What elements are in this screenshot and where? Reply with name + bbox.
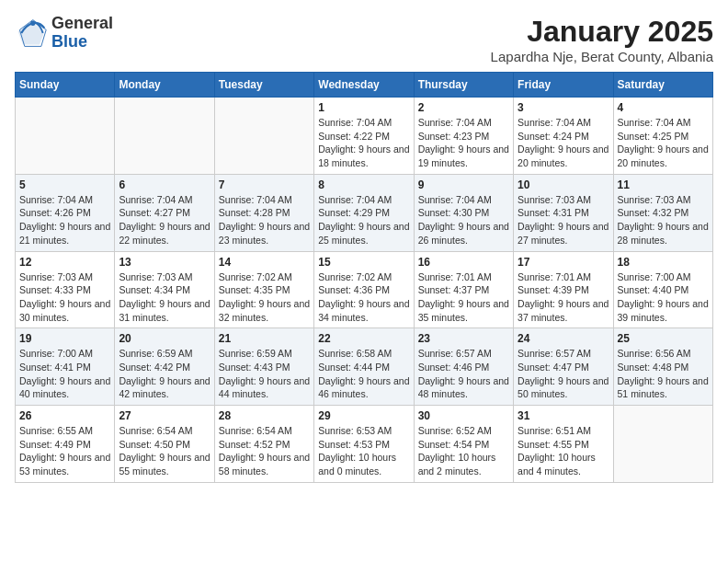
calendar-day-cell: 9Sunrise: 7:04 AM Sunset: 4:30 PM Daylig… [414,174,513,251]
day-info: Sunrise: 6:55 AM Sunset: 4:49 PM Dayligh… [19,424,110,478]
day-number: 21 [219,332,310,345]
calendar-week-row: 5Sunrise: 7:04 AM Sunset: 4:26 PM Daylig… [16,174,713,251]
day-number: 1 [318,101,409,114]
day-number: 15 [318,256,409,269]
logo-general: General [51,15,113,33]
day-number: 16 [418,256,509,269]
day-number: 9 [418,178,509,191]
calendar-day-cell: 7Sunrise: 7:04 AM Sunset: 4:28 PM Daylig… [214,174,313,251]
logo-text: General Blue [51,15,113,52]
calendar-week-row: 19Sunrise: 7:00 AM Sunset: 4:41 PM Dayli… [16,328,713,406]
calendar-day-cell: 4Sunrise: 7:04 AM Sunset: 4:25 PM Daylig… [613,98,712,175]
calendar-day-cell: 23Sunrise: 6:57 AM Sunset: 4:46 PM Dayli… [414,328,513,406]
day-number: 6 [119,178,210,191]
weekday-header: Friday [514,73,613,98]
day-info: Sunrise: 7:00 AM Sunset: 4:41 PM Dayligh… [19,347,110,401]
day-number: 3 [518,101,609,114]
calendar-day-cell [16,98,115,175]
logo-icon [15,17,48,50]
calendar-table: SundayMondayTuesdayWednesdayThursdayFrid… [15,72,713,483]
day-info: Sunrise: 7:04 AM Sunset: 4:28 PM Dayligh… [219,193,310,247]
day-number: 17 [518,256,609,269]
day-info: Sunrise: 6:59 AM Sunset: 4:43 PM Dayligh… [219,347,310,401]
calendar-day-cell: 22Sunrise: 6:58 AM Sunset: 4:44 PM Dayli… [314,328,414,406]
calendar-day-cell: 10Sunrise: 7:03 AM Sunset: 4:31 PM Dayli… [514,174,613,251]
calendar-day-cell: 27Sunrise: 6:54 AM Sunset: 4:50 PM Dayli… [115,406,214,483]
day-info: Sunrise: 6:53 AM Sunset: 4:53 PM Dayligh… [318,424,409,478]
weekday-header: Sunday [16,73,115,98]
day-number: 29 [318,409,409,422]
calendar-day-cell: 24Sunrise: 6:57 AM Sunset: 4:47 PM Dayli… [514,328,613,406]
calendar-day-cell: 13Sunrise: 7:03 AM Sunset: 4:34 PM Dayli… [115,251,214,328]
calendar-day-cell: 16Sunrise: 7:01 AM Sunset: 4:37 PM Dayli… [414,251,513,328]
day-number: 19 [19,332,110,345]
calendar-day-cell: 21Sunrise: 6:59 AM Sunset: 4:43 PM Dayli… [214,328,313,406]
day-number: 27 [119,409,210,422]
calendar-day-cell: 5Sunrise: 7:04 AM Sunset: 4:26 PM Daylig… [16,174,115,251]
calendar-day-cell: 8Sunrise: 7:04 AM Sunset: 4:29 PM Daylig… [314,174,414,251]
title-block: January 2025 Lapardha Nje, Berat County,… [491,15,713,64]
day-info: Sunrise: 6:56 AM Sunset: 4:48 PM Dayligh… [618,347,709,401]
day-number: 2 [418,101,509,114]
day-info: Sunrise: 7:04 AM Sunset: 4:22 PM Dayligh… [318,116,409,170]
day-info: Sunrise: 7:04 AM Sunset: 4:25 PM Dayligh… [618,116,709,170]
day-info: Sunrise: 6:57 AM Sunset: 4:46 PM Dayligh… [418,347,509,401]
calendar-day-cell: 26Sunrise: 6:55 AM Sunset: 4:49 PM Dayli… [16,406,115,483]
calendar-day-cell [613,406,712,483]
calendar-day-cell: 2Sunrise: 7:04 AM Sunset: 4:23 PM Daylig… [414,98,513,175]
day-number: 7 [219,178,310,191]
day-info: Sunrise: 7:04 AM Sunset: 4:30 PM Dayligh… [418,193,509,247]
day-info: Sunrise: 7:04 AM Sunset: 4:27 PM Dayligh… [119,193,210,247]
calendar-day-cell: 28Sunrise: 6:54 AM Sunset: 4:52 PM Dayli… [214,406,313,483]
weekday-header-row: SundayMondayTuesdayWednesdayThursdayFrid… [16,73,713,98]
calendar-week-row: 1Sunrise: 7:04 AM Sunset: 4:22 PM Daylig… [16,98,713,175]
calendar-day-cell: 19Sunrise: 7:00 AM Sunset: 4:41 PM Dayli… [16,328,115,406]
calendar-day-cell: 1Sunrise: 7:04 AM Sunset: 4:22 PM Daylig… [314,98,414,175]
calendar-day-cell [115,98,214,175]
day-number: 31 [518,409,609,422]
day-number: 8 [318,178,409,191]
weekday-header: Thursday [414,73,513,98]
day-number: 28 [219,409,310,422]
day-number: 26 [19,409,110,422]
month-title: January 2025 [491,15,713,49]
day-number: 22 [318,332,409,345]
day-info: Sunrise: 7:03 AM Sunset: 4:31 PM Dayligh… [518,193,609,247]
calendar-day-cell: 18Sunrise: 7:00 AM Sunset: 4:40 PM Dayli… [613,251,712,328]
page-header: General Blue January 2025 Lapardha Nje, … [15,15,713,64]
calendar-day-cell: 6Sunrise: 7:04 AM Sunset: 4:27 PM Daylig… [115,174,214,251]
weekday-header: Monday [115,73,214,98]
location-title: Lapardha Nje, Berat County, Albania [491,49,713,64]
day-number: 10 [518,178,609,191]
calendar-day-cell: 20Sunrise: 6:59 AM Sunset: 4:42 PM Dayli… [115,328,214,406]
logo: General Blue [15,15,113,52]
day-number: 20 [119,332,210,345]
day-info: Sunrise: 7:03 AM Sunset: 4:33 PM Dayligh… [19,270,110,325]
day-info: Sunrise: 7:04 AM Sunset: 4:29 PM Dayligh… [318,193,409,247]
day-info: Sunrise: 6:54 AM Sunset: 4:52 PM Dayligh… [219,424,310,478]
logo-blue: Blue [51,33,113,52]
day-info: Sunrise: 7:04 AM Sunset: 4:23 PM Dayligh… [418,116,509,170]
day-number: 4 [618,101,709,114]
day-info: Sunrise: 7:01 AM Sunset: 4:39 PM Dayligh… [518,270,609,325]
day-info: Sunrise: 7:04 AM Sunset: 4:26 PM Dayligh… [19,193,110,247]
day-number: 5 [19,178,110,191]
day-number: 30 [418,409,509,422]
calendar-day-cell: 11Sunrise: 7:03 AM Sunset: 4:32 PM Dayli… [613,174,712,251]
day-info: Sunrise: 6:57 AM Sunset: 4:47 PM Dayligh… [518,347,609,401]
calendar-day-cell: 31Sunrise: 6:51 AM Sunset: 4:55 PM Dayli… [514,406,613,483]
day-number: 13 [119,256,210,269]
weekday-header: Saturday [613,73,712,98]
calendar-day-cell: 30Sunrise: 6:52 AM Sunset: 4:54 PM Dayli… [414,406,513,483]
calendar-day-cell: 17Sunrise: 7:01 AM Sunset: 4:39 PM Dayli… [514,251,613,328]
day-info: Sunrise: 6:51 AM Sunset: 4:55 PM Dayligh… [518,424,609,478]
day-info: Sunrise: 7:04 AM Sunset: 4:24 PM Dayligh… [518,116,609,170]
day-info: Sunrise: 7:02 AM Sunset: 4:36 PM Dayligh… [318,270,409,325]
calendar-day-cell: 12Sunrise: 7:03 AM Sunset: 4:33 PM Dayli… [16,251,115,328]
day-number: 23 [418,332,509,345]
day-info: Sunrise: 6:52 AM Sunset: 4:54 PM Dayligh… [418,424,509,478]
day-number: 24 [518,332,609,345]
day-number: 11 [618,178,709,191]
day-number: 12 [19,256,110,269]
calendar-day-cell: 3Sunrise: 7:04 AM Sunset: 4:24 PM Daylig… [514,98,613,175]
